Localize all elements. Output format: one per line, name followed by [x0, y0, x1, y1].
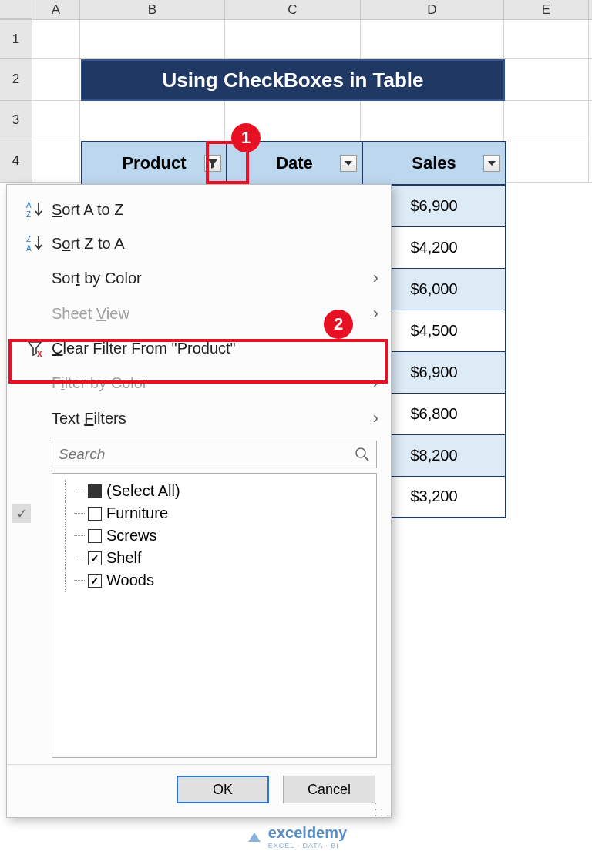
tree-label: Shelf	[106, 549, 142, 567]
text-filters-item[interactable]: Text Filters ›	[7, 400, 391, 436]
filter-by-color-item: Filter by Color ›	[7, 365, 391, 400]
col-header-b[interactable]: B	[80, 0, 225, 19]
svg-text:A: A	[26, 244, 32, 253]
text-filters-label: Text Filters	[52, 410, 373, 427]
filter-values-tree[interactable]: (Select All) Furniture Screws Shelf Wood…	[52, 473, 377, 758]
tree-label: Screws	[106, 527, 157, 545]
watermark-sub: EXCEL · DATA · BI	[268, 842, 347, 850]
svg-line-6	[365, 457, 368, 461]
checkbox-icon[interactable]	[88, 574, 102, 588]
watermark-text: exceldemy	[268, 824, 347, 841]
search-icon	[348, 447, 376, 462]
checkbox-icon[interactable]	[88, 529, 102, 543]
watermark: exceldemy EXCEL · DATA · BI	[0, 824, 592, 850]
checkbox-icon[interactable]	[88, 507, 102, 521]
callout-badge-1: 1	[231, 123, 261, 152]
svg-point-5	[356, 448, 365, 457]
svg-text:Z: Z	[26, 210, 31, 219]
tree-item[interactable]: Woods	[60, 569, 368, 592]
chevron-right-icon: ›	[373, 303, 378, 323]
row-header-4[interactable]: 4	[0, 139, 32, 183]
svg-text:x: x	[37, 348, 42, 357]
tree-item[interactable]: Shelf	[60, 547, 368, 569]
clear-filter-label: Clear Filter From "Product"	[52, 340, 378, 357]
clear-filter-icon: x	[21, 339, 52, 357]
funnel-icon	[207, 157, 219, 169]
sort-ascending-item[interactable]: AZ SSort A to Zort A to Z	[7, 193, 391, 226]
filter-search-input[interactable]	[52, 443, 348, 466]
page-title: Using CheckBoxes in Table	[81, 59, 505, 101]
select-all-cell[interactable]	[0, 0, 32, 19]
sort-za-label: Sort Z to A	[52, 235, 378, 253]
checkbox-icon[interactable]	[88, 551, 102, 565]
resize-handle-icon[interactable]: .. .. . .	[375, 797, 389, 816]
tree-label: Woods	[106, 571, 154, 589]
sort-color-label: Sort by Color	[52, 270, 373, 287]
chevron-down-icon	[345, 161, 352, 166]
col-header-d[interactable]: D	[361, 0, 504, 19]
sort-descending-item[interactable]: ZA Sort Z to A	[7, 226, 391, 260]
tree-label: Furniture	[106, 504, 168, 522]
col-header-e[interactable]: E	[504, 0, 589, 19]
tree-item[interactable]: Screws	[60, 524, 368, 547]
header-sales-label: Sales	[412, 153, 456, 173]
chevron-right-icon: ›	[373, 373, 378, 393]
watermark-icon	[245, 828, 264, 846]
filter-search[interactable]	[52, 441, 377, 468]
checkmark-icon: ✓	[12, 504, 31, 523]
svg-text:A: A	[26, 201, 32, 209]
cancel-button[interactable]: Cancel	[283, 776, 375, 803]
tree-label: (Select All)	[106, 482, 180, 500]
filter-button-date[interactable]	[340, 155, 357, 172]
header-product-label: Product	[122, 153, 186, 173]
filter-button-product[interactable]	[204, 155, 221, 172]
svg-text:Z: Z	[26, 235, 31, 243]
filter-button-sales[interactable]	[483, 155, 500, 172]
callout-badge-2: 2	[324, 310, 353, 339]
col-header-a[interactable]: A	[32, 0, 80, 19]
tree-item[interactable]: Furniture	[60, 502, 368, 524]
tree-item-select-all[interactable]: (Select All)	[60, 480, 368, 502]
sort-by-color-item[interactable]: Sort by Color ›	[7, 260, 391, 296]
ok-button[interactable]: OK	[177, 776, 269, 803]
row-header-3[interactable]: 3	[0, 101, 32, 139]
chevron-right-icon: ›	[373, 268, 378, 288]
autofilter-dropdown: AZ SSort A to Zort A to Z ZA Sort Z to A…	[6, 184, 392, 818]
sort-az-label: SSort A to Zort A to Z	[52, 201, 378, 219]
checkbox-icon[interactable]	[88, 484, 102, 498]
chevron-right-icon: ›	[373, 408, 378, 428]
row-header-1[interactable]: 1	[0, 20, 32, 59]
col-header-c[interactable]: C	[225, 0, 361, 19]
filter-color-label: Filter by Color	[52, 374, 373, 392]
header-product: Product	[82, 142, 227, 185]
row-header-2[interactable]: 2	[0, 59, 32, 101]
sort-za-icon: ZA	[21, 234, 52, 253]
chevron-down-icon	[488, 161, 496, 166]
sort-az-icon: AZ	[21, 200, 52, 219]
header-sales: Sales	[362, 142, 506, 185]
header-date-label: Date	[276, 153, 313, 173]
